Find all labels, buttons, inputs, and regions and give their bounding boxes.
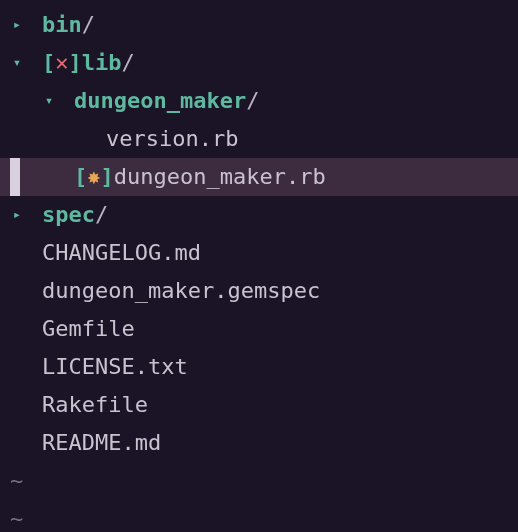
folder-slash: / — [95, 196, 108, 233]
tree-row-folder-lib[interactable]: [✕]lib/ — [0, 44, 518, 82]
chevron-down-icon — [42, 89, 56, 113]
bracket-open: [ — [42, 44, 55, 81]
chevron-down-icon — [10, 51, 24, 75]
empty-line-tilde: ~ — [0, 500, 518, 532]
folder-slash: / — [82, 6, 95, 43]
tree-row-file-gemfile[interactable]: Gemfile — [0, 310, 518, 348]
file-name: CHANGELOG.md — [42, 234, 201, 271]
folder-slash: / — [122, 44, 135, 81]
file-name: README.md — [42, 424, 161, 461]
folder-slash: / — [246, 82, 259, 119]
empty-line-tilde: ~ — [0, 462, 518, 500]
tree-row-file-readme[interactable]: README.md — [0, 424, 518, 462]
tilde-marker: ~ — [0, 462, 23, 499]
file-name: Rakefile — [42, 386, 148, 423]
file-name: Gemfile — [42, 310, 135, 347]
file-name: LICENSE.txt — [42, 348, 188, 385]
folder-name: spec — [42, 196, 95, 233]
tree-row-file-version-rb[interactable]: version.rb — [0, 120, 518, 158]
tilde-marker: ~ — [0, 500, 23, 532]
file-name: dungeon_maker.gemspec — [42, 272, 320, 309]
bracket-close: ] — [69, 44, 82, 81]
tree-row-file-changelog[interactable]: CHANGELOG.md — [0, 234, 518, 272]
modified-icon: ✕ — [55, 44, 68, 81]
bracket-close: ] — [101, 158, 114, 195]
star-icon: ✸ — [87, 158, 100, 195]
tree-row-file-gemspec[interactable]: dungeon_maker.gemspec — [0, 272, 518, 310]
tree-row-folder-spec[interactable]: spec/ — [0, 196, 518, 234]
tree-row-folder-dungeon-maker[interactable]: dungeon_maker/ — [0, 82, 518, 120]
chevron-right-icon — [10, 13, 24, 37]
folder-name: bin — [42, 6, 82, 43]
chevron-right-icon — [10, 203, 24, 227]
folder-name: dungeon_maker — [74, 82, 246, 119]
folder-name: lib — [82, 44, 122, 81]
file-name: version.rb — [106, 120, 238, 157]
tree-row-folder-bin[interactable]: bin/ — [0, 6, 518, 44]
file-name: dungeon_maker.rb — [114, 158, 326, 195]
tree-row-file-license[interactable]: LICENSE.txt — [0, 348, 518, 386]
tree-row-file-dungeon-maker-rb[interactable]: [✸]dungeon_maker.rb — [0, 158, 518, 196]
tree-row-file-rakefile[interactable]: Rakefile — [0, 386, 518, 424]
bracket-open: [ — [74, 158, 87, 195]
